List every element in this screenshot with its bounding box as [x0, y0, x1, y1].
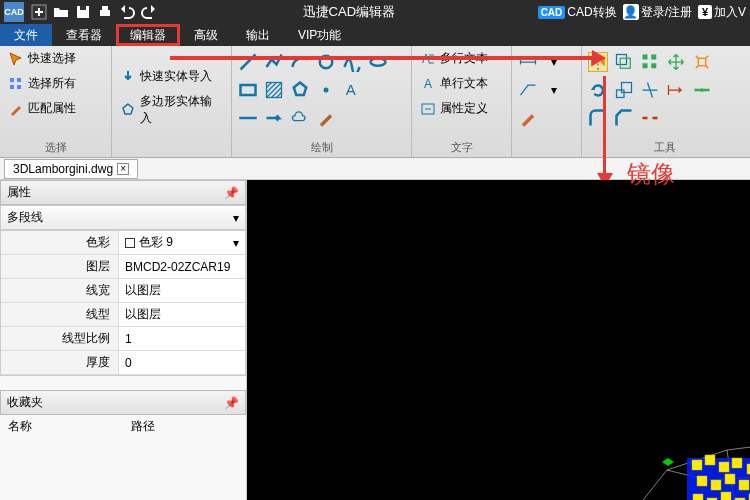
svg-rect-4: [102, 6, 108, 10]
file-tab[interactable]: 3DLamborgini.dwg ×: [4, 159, 138, 179]
polygon-icon[interactable]: [290, 80, 310, 100]
tab-file[interactable]: 文件: [0, 24, 52, 46]
multiline-text-button[interactable]: A多行文本: [418, 48, 505, 69]
circle-icon[interactable]: [316, 52, 336, 72]
login-link[interactable]: 登录/注册: [641, 4, 692, 21]
move-icon[interactable]: [666, 52, 686, 72]
match-properties-button[interactable]: 匹配属性: [6, 98, 105, 119]
trim-icon[interactable]: [640, 80, 660, 100]
chevron-down-icon[interactable]: ▾: [544, 52, 564, 72]
arc-icon[interactable]: [290, 52, 310, 72]
group-text-label: 文字: [418, 138, 505, 155]
cloud-icon[interactable]: [290, 108, 310, 128]
quick-select-button[interactable]: 快速选择: [6, 48, 105, 69]
layer-value[interactable]: BMCD2-02ZCAR19: [119, 255, 245, 278]
group-draw-label: 绘制: [238, 138, 405, 155]
svg-rect-24: [698, 58, 706, 66]
menubar: 文件 查看器 编辑器 高级 输出 VIP功能: [0, 24, 750, 46]
chamfer-icon[interactable]: [614, 108, 634, 128]
close-icon[interactable]: ×: [117, 163, 129, 175]
attribute-def-button[interactable]: 属性定义: [418, 98, 505, 119]
tab-editor[interactable]: 编辑器: [116, 24, 180, 46]
dim-edit-icon[interactable]: [518, 108, 538, 128]
scale-icon[interactable]: [614, 80, 634, 100]
mirror-annotation: 镜像: [627, 158, 675, 190]
open-icon[interactable]: [52, 3, 70, 21]
tab-viewer[interactable]: 查看器: [52, 24, 116, 46]
polygon-solid-input-button[interactable]: 多边形实体输入: [118, 91, 225, 129]
save-icon[interactable]: [74, 3, 92, 21]
join-icon[interactable]: [692, 80, 712, 100]
app-icon: CAD: [4, 2, 24, 22]
ray-icon[interactable]: [264, 108, 284, 128]
point-icon[interactable]: [316, 80, 336, 100]
color-value[interactable]: 色彩 9▾: [119, 231, 245, 254]
single-text-button[interactable]: A单行文本: [418, 73, 505, 94]
svg-rect-26: [622, 83, 632, 93]
chevron-down-icon[interactable]: ▾: [544, 80, 564, 100]
svg-rect-57: [721, 492, 731, 500]
selection-type: 多段线: [7, 209, 43, 226]
ellipse-icon[interactable]: [368, 52, 388, 72]
xline-icon[interactable]: [238, 108, 258, 128]
brush-icon[interactable]: [316, 108, 336, 128]
svg-rect-47: [739, 480, 749, 490]
property-grid: 色彩色彩 9▾ 图层BMCD2-02ZCAR19 线宽以图层 线型以图层 线型比…: [0, 230, 246, 376]
offset-icon[interactable]: [614, 52, 634, 72]
svg-rect-3: [100, 10, 110, 16]
polyline-icon[interactable]: [264, 52, 284, 72]
svg-rect-23: [651, 63, 656, 68]
cad-badge-icon: CAD: [538, 6, 566, 19]
yen-icon: ¥: [698, 5, 712, 19]
svg-rect-44: [697, 476, 707, 486]
cad-convert-link[interactable]: CAD转换: [567, 4, 616, 21]
svg-text:A: A: [422, 52, 430, 66]
spline-icon[interactable]: [342, 52, 362, 72]
lineweight-value[interactable]: 以图层: [119, 279, 245, 302]
drawing-viewport[interactable]: [247, 180, 750, 500]
svg-rect-2: [80, 6, 86, 10]
text-tool-icon[interactable]: A: [342, 80, 362, 100]
svg-point-13: [324, 88, 329, 93]
line-icon[interactable]: [238, 52, 258, 72]
pin-icon[interactable]: 📌: [224, 186, 239, 200]
svg-rect-19: [620, 58, 630, 68]
group-select-label: 选择: [6, 138, 105, 155]
break-icon[interactable]: [640, 108, 660, 128]
svg-rect-25: [617, 90, 625, 98]
svg-rect-18: [617, 55, 627, 65]
redo-icon[interactable]: [140, 3, 158, 21]
mirror-icon[interactable]: [588, 52, 608, 72]
svg-text:A: A: [346, 81, 356, 98]
svg-text:A: A: [424, 77, 432, 91]
linetype-value[interactable]: 以图层: [119, 303, 245, 326]
select-all-button[interactable]: 选择所有: [6, 73, 105, 94]
plus-icon[interactable]: [30, 3, 48, 21]
app-title: 迅捷CAD编辑器: [160, 3, 538, 21]
dim-linear-icon[interactable]: [518, 52, 538, 72]
svg-rect-7: [10, 85, 14, 89]
print-icon[interactable]: [96, 3, 114, 21]
svg-rect-55: [693, 494, 703, 500]
undo-icon[interactable]: [118, 3, 136, 21]
hatch-icon[interactable]: [264, 80, 284, 100]
join-link[interactable]: 加入V: [714, 4, 746, 21]
ltscale-value[interactable]: 1: [119, 327, 245, 350]
user-icon: 👤: [623, 4, 639, 20]
explode-icon[interactable]: [692, 52, 712, 72]
tab-output[interactable]: 输出: [232, 24, 284, 46]
pin-icon[interactable]: 📌: [224, 396, 239, 410]
leader-icon[interactable]: [518, 80, 538, 100]
tab-vip[interactable]: VIP功能: [284, 24, 355, 46]
annotation-arrow-down-icon: [603, 76, 606, 181]
tab-advanced[interactable]: 高级: [180, 24, 232, 46]
quick-solid-import-button[interactable]: 快速实体导入: [118, 66, 225, 87]
rect-icon[interactable]: [238, 80, 258, 100]
chevron-down-icon[interactable]: ▾: [233, 211, 239, 225]
extend-icon[interactable]: [666, 80, 686, 100]
ribbon: 快速选择 选择所有 匹配属性 选择 快速实体导入 多边形实体输入: [0, 46, 750, 158]
array-icon[interactable]: [640, 52, 660, 72]
thickness-value[interactable]: 0: [119, 351, 245, 374]
svg-rect-21: [651, 55, 656, 60]
svg-rect-6: [17, 78, 21, 82]
